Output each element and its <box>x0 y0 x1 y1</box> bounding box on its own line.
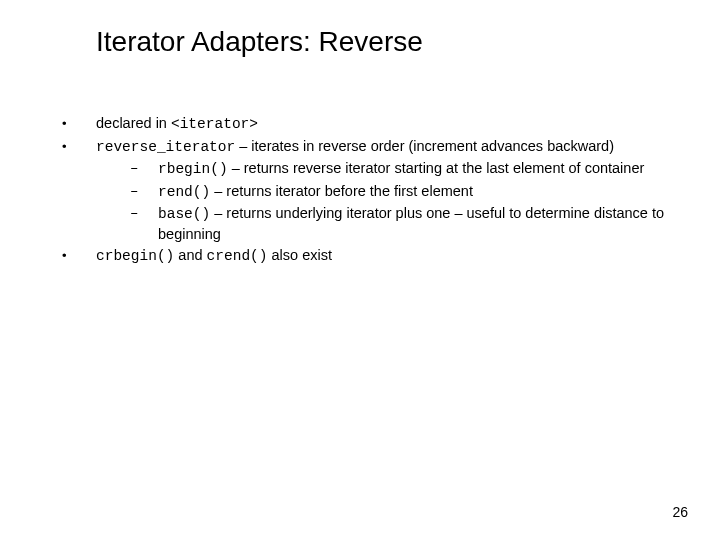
code-fragment: crbegin() <box>96 248 174 264</box>
slide-body: • declared in <iterator> • reverse_itera… <box>62 114 680 269</box>
list-item: – base() – returns underlying iterator p… <box>130 204 680 244</box>
text-fragment: also exist <box>268 247 332 263</box>
item-text: declared in <iterator> <box>96 114 680 135</box>
code-fragment: crend() <box>207 248 268 264</box>
item-text: crbegin() and crend() also exist <box>96 246 680 267</box>
page-number: 26 <box>672 504 688 520</box>
dash-icon: – <box>130 182 158 201</box>
bullet-icon: • <box>62 246 96 265</box>
text-fragment: – iterates in reverse order (increment a… <box>235 138 614 154</box>
bullet-icon: • <box>62 137 96 156</box>
code-fragment: rend() <box>158 184 210 200</box>
code-fragment: rbegin() <box>158 161 228 177</box>
text-fragment: declared in <box>96 115 171 131</box>
dash-icon: – <box>130 159 158 178</box>
item-text: reverse_iterator – iterates in reverse o… <box>96 137 680 245</box>
item-text: rbegin() – returns reverse iterator star… <box>158 159 680 180</box>
list-item: • crbegin() and crend() also exist <box>62 246 680 267</box>
text-fragment: – returns iterator before the first elem… <box>210 183 473 199</box>
list-item: • declared in <iterator> <box>62 114 680 135</box>
text-fragment: – returns underlying iterator plus one –… <box>158 205 664 242</box>
code-fragment: reverse_iterator <box>96 139 235 155</box>
page-title: Iterator Adapters: Reverse <box>96 26 423 58</box>
text-fragment: and <box>174 247 206 263</box>
code-fragment: <iterator> <box>171 116 258 132</box>
list-item: • reverse_iterator – iterates in reverse… <box>62 137 680 245</box>
dash-icon: – <box>130 204 158 223</box>
text-fragment: – returns reverse iterator starting at t… <box>228 160 645 176</box>
item-text: base() – returns underlying iterator plu… <box>158 204 680 244</box>
code-fragment: base() <box>158 206 210 222</box>
list-item: – rbegin() – returns reverse iterator st… <box>130 159 680 180</box>
bullet-icon: • <box>62 114 96 133</box>
item-text: rend() – returns iterator before the fir… <box>158 182 680 203</box>
list-item: – rend() – returns iterator before the f… <box>130 182 680 203</box>
